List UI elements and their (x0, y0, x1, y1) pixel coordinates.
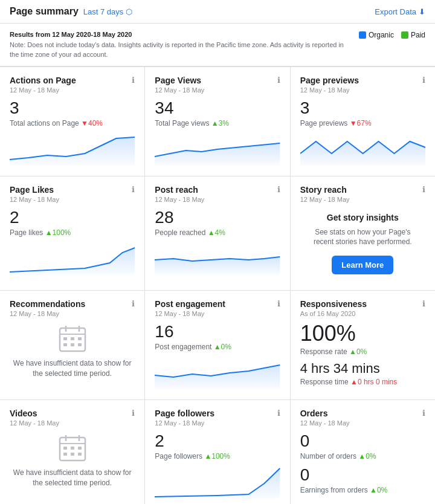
info-icon[interactable]: ℹ (422, 409, 425, 418)
info-icon[interactable]: ℹ (422, 185, 425, 194)
story-reach-content: Get story insights See stats on how your… (300, 203, 425, 285)
svg-rect-19 (78, 453, 82, 456)
svg-rect-14 (63, 447, 67, 450)
insufficient-content: We have insufficient data to show forthe… (10, 317, 135, 385)
paid-color-dot (401, 31, 408, 39)
trend-badge: ▲0% (358, 452, 376, 460)
card-label: Total actions on Page ▼40% (10, 119, 135, 128)
notice-text: Results from 12 May 2020-18 May 2020 Not… (10, 30, 349, 60)
legend-paid: Paid (401, 31, 425, 39)
info-icon[interactable]: ℹ (277, 76, 280, 85)
response-time-value: 4 hrs 34 mins (300, 361, 425, 376)
card-page-previews: Page previews 12 May - 18 May ℹ 3 Page p… (291, 67, 435, 176)
card-label: Total Page views ▲3% (155, 119, 280, 128)
chart (300, 132, 425, 166)
organic-color-dot (359, 31, 366, 39)
card-title: Responsiveness (300, 299, 367, 309)
card-title: Videos (10, 409, 59, 418)
card-value: 16 (155, 322, 280, 341)
card-date: 12 May - 18 May (10, 86, 76, 94)
card-actions-on-page: Actions on Page 12 May - 18 May ℹ 3 Tota… (0, 67, 144, 176)
chart (155, 132, 280, 166)
svg-rect-4 (63, 337, 67, 340)
svg-rect-9 (78, 343, 82, 346)
trend-badge: ▲4% (208, 228, 225, 237)
organic-label: Organic (369, 31, 394, 39)
chart (155, 356, 280, 389)
chart (155, 465, 280, 499)
card-title: Actions on Page (10, 76, 76, 85)
legend-organic: Organic (359, 31, 394, 39)
trend-badge: ▲0% (349, 347, 367, 356)
card-title: Page followers (155, 409, 214, 418)
card-title: Page Views (155, 76, 204, 85)
card-title: Post reach (155, 185, 204, 195)
header-left: Page summary Last 7 days ⬡ (10, 6, 132, 17)
card-date: 12 May - 18 May (10, 310, 85, 317)
card-videos: Videos 12 May - 18 May ℹ We have insuffi… (0, 400, 144, 504)
story-title: Get story insights (327, 213, 399, 222)
trend-badge: ▲100% (45, 228, 71, 237)
date-range-selector[interactable]: Last 7 days ⬡ (83, 7, 132, 16)
svg-rect-5 (71, 337, 74, 340)
learn-more-button[interactable]: Learn More (332, 256, 393, 274)
card-page-likes: Page Likes 12 May - 18 May ℹ 2 Page like… (0, 176, 144, 291)
page-title: Page summary (10, 6, 79, 17)
info-icon[interactable]: ℹ (277, 409, 280, 418)
card-date: 12 May - 18 May (155, 196, 204, 203)
export-label: Export Data (375, 7, 416, 16)
info-icon[interactable]: ℹ (132, 409, 135, 418)
notice-bar: Results from 12 May 2020-18 May 2020 Not… (0, 24, 435, 66)
orders-count-label: Number of orders ▲0% (300, 452, 425, 460)
card-value: 2 (10, 208, 135, 227)
svg-rect-6 (78, 337, 82, 340)
info-icon[interactable]: ℹ (277, 299, 280, 308)
trend-badge: ▼40% (81, 119, 103, 128)
svg-rect-7 (63, 343, 67, 346)
info-icon[interactable]: ℹ (422, 76, 425, 85)
response-rate-value: 100% (300, 321, 425, 346)
cards-grid: Actions on Page 12 May - 18 May ℹ 3 Tota… (0, 66, 435, 505)
info-icon[interactable]: ℹ (277, 185, 280, 194)
response-time-label: Response time ▲0 hrs 0 mins (300, 378, 425, 386)
card-date: 12 May - 18 May (155, 419, 214, 427)
chart (10, 132, 135, 166)
card-label: Page followers ▲100% (155, 452, 280, 460)
card-recommendations: Recommendations 12 May - 18 May ℹ We hav… (0, 291, 144, 399)
insufficient-text: We have insufficient data to show forthe… (13, 468, 132, 488)
svg-rect-15 (71, 447, 74, 450)
trend-badge: ▲100% (204, 452, 230, 460)
card-orders: Orders 12 May - 18 May ℹ 0 Number of ord… (291, 400, 435, 504)
card-label: Post engagement ▲0% (155, 343, 280, 351)
paid-label: Paid (411, 31, 425, 39)
notice-date-range: 12 May 2020-18 May 2020 (52, 31, 132, 38)
chart (10, 242, 135, 275)
insufficient-content: We have insufficient data to show forthe… (10, 427, 135, 494)
card-label: People reached ▲4% (155, 228, 280, 237)
card-title: Orders (300, 409, 350, 418)
calendar-icon (57, 433, 88, 463)
card-date: As of 16 May 2020 (300, 310, 367, 317)
orders-count-value: 0 (300, 431, 425, 451)
info-icon[interactable]: ℹ (422, 299, 425, 308)
trend-badge: ▲3% (211, 119, 229, 128)
svg-rect-8 (71, 343, 74, 346)
trend-badge: ▼67% (350, 119, 372, 128)
card-post-engagement: Post engagement 12 May - 18 May ℹ 16 Pos… (145, 291, 289, 399)
export-data-button[interactable]: Export Data ⬇ (375, 7, 425, 16)
story-description: See stats on how your Page's recent stor… (305, 227, 420, 248)
trend-badge: ▲0% (214, 343, 231, 351)
card-page-followers: Page followers 12 May - 18 May ℹ 2 Page … (145, 400, 289, 504)
info-icon[interactable]: ℹ (132, 299, 135, 308)
card-post-reach: Post reach 12 May - 18 May ℹ 28 People r… (145, 176, 289, 291)
card-label: Page previews ▼67% (300, 119, 425, 128)
info-icon[interactable]: ℹ (132, 76, 135, 85)
info-icon[interactable]: ℹ (132, 185, 135, 194)
card-value: 2 (155, 431, 280, 451)
svg-rect-17 (63, 453, 67, 456)
card-title: Page previews (300, 76, 359, 85)
download-icon: ⬇ (419, 7, 425, 16)
trend-badge: ▲0 hrs 0 mins (350, 378, 397, 386)
card-value: 3 (10, 99, 135, 118)
notice-body: Note: Does not include today's data. Ins… (10, 41, 344, 59)
